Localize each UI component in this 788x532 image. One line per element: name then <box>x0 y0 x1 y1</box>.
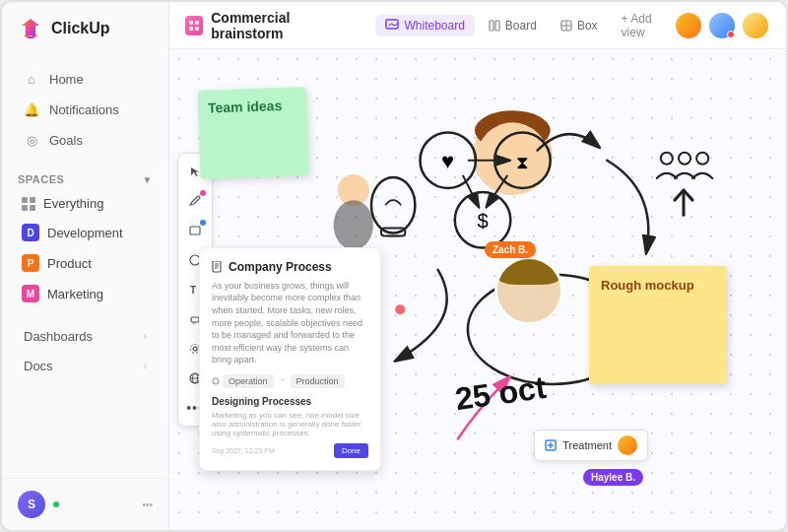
pen-color-dot <box>200 190 206 196</box>
tab-box-label: Box <box>577 19 598 33</box>
svg-rect-3 <box>195 27 199 31</box>
target-icon: ◎ <box>24 132 39 148</box>
collaborator-avatar-3 <box>741 11 770 40</box>
sticky-yellow-text: Rough mockup <box>601 278 694 293</box>
svg-point-23 <box>338 174 369 206</box>
treatment-icon <box>545 439 557 451</box>
spaces-label: Spaces <box>18 173 64 185</box>
board-icon <box>185 16 203 35</box>
process-doc-icon <box>212 261 224 273</box>
add-view-button[interactable]: + Add view <box>612 8 662 43</box>
svg-rect-0 <box>189 21 193 25</box>
treatment-avatar <box>618 435 637 455</box>
svg-point-21 <box>475 110 551 150</box>
user-avatar[interactable]: S <box>18 491 45 518</box>
svg-point-32 <box>455 192 511 248</box>
process-card-subtitle: Designing Processes <box>212 396 368 407</box>
dashboards-label: Dashboards <box>24 329 93 344</box>
home-icon: ⌂ <box>24 71 39 87</box>
person-face-bottom <box>494 256 563 325</box>
zach-badge: Zach B. <box>485 241 536 258</box>
app-container: ClickUp ⌂ Home 🔔 Notifications ◎ Goals S… <box>0 0 788 532</box>
svg-point-24 <box>334 200 373 249</box>
board-title-area: Commercial brainstorm <box>185 10 352 41</box>
treatment-label: Treatment <box>562 439 612 451</box>
arrow-icon: → <box>278 374 287 388</box>
board-name: Commercial brainstorm <box>211 10 352 41</box>
process-card-title: Company Process <box>212 260 368 274</box>
people-group <box>657 153 713 216</box>
nav-item-notifications-label: Notifications <box>49 102 119 117</box>
svg-rect-2 <box>189 27 193 31</box>
nav-item-home-label: Home <box>49 72 84 87</box>
nav-item-docs[interactable]: Docs › <box>8 352 163 380</box>
svg-point-22 <box>477 122 549 194</box>
oct-text: 25 oct <box>453 369 549 419</box>
sticky-green-text: Team ideas <box>208 98 283 116</box>
main-content: Commercial brainstorm Whiteboard Board <box>169 2 786 530</box>
docs-chevron-icon: › <box>144 361 147 371</box>
nav-item-home[interactable]: ⌂ Home <box>8 64 163 94</box>
svg-rect-13 <box>191 317 199 322</box>
nav-item-goals[interactable]: ◎ Goals <box>8 125 163 155</box>
online-red-dot <box>727 31 735 38</box>
svg-point-35 <box>395 304 405 314</box>
product-dot: P <box>22 254 39 272</box>
box-tab-icon <box>560 20 572 32</box>
process-card-footer: Marketing as you can see, role-model siz… <box>212 411 368 437</box>
svg-rect-5 <box>490 21 493 31</box>
nav-item-notifications[interactable]: 🔔 Notifications <box>8 95 163 124</box>
canvas-area[interactable]: T ••• Team ideas <box>169 49 786 530</box>
rect-tool[interactable] <box>183 219 207 242</box>
progress-button[interactable]: Done <box>334 443 368 458</box>
svg-text:T: T <box>190 285 196 296</box>
docs-label: Docs <box>24 359 53 373</box>
logo-icon <box>18 16 43 41</box>
sidebar-nav: ⌂ Home 🔔 Notifications ◎ Goals <box>2 55 168 164</box>
collaborator-avatar-2 <box>707 11 737 40</box>
svg-point-15 <box>193 347 197 351</box>
topbar: Commercial brainstorm Whiteboard Board <box>169 2 786 49</box>
whiteboard-tab-icon <box>385 19 399 33</box>
space-product-label: Product <box>47 256 92 271</box>
space-item-development[interactable]: D Development <box>8 218 163 247</box>
svg-point-37 <box>679 153 690 165</box>
face-top-right <box>473 110 553 195</box>
svg-rect-1 <box>195 21 199 25</box>
spaces-chevron-icon: ▼ <box>143 174 153 185</box>
treatment-badge[interactable]: Treatment <box>534 430 648 461</box>
sticky-note-team-ideas[interactable]: Team ideas <box>197 87 308 179</box>
space-item-marketing[interactable]: M Marketing <box>8 279 163 308</box>
lightbulb-figure <box>334 174 416 250</box>
tag-icon <box>212 377 220 385</box>
haylee-badge: Haylee B. <box>583 469 643 486</box>
tag-operation: Operation <box>212 374 274 388</box>
dashboards-chevron-icon: › <box>144 331 147 342</box>
more-options-icon[interactable]: ••• <box>142 499 153 510</box>
process-card[interactable]: Company Process As your business grows, … <box>199 247 381 471</box>
tab-box[interactable]: Box <box>551 15 608 36</box>
nav-item-dashboards[interactable]: Dashboards › <box>8 322 163 351</box>
hourglass-node: ⧗ <box>494 132 551 188</box>
board-tab-icon <box>489 20 500 32</box>
sidebar: ClickUp ⌂ Home 🔔 Notifications ◎ Goals S… <box>2 2 169 530</box>
svg-point-36 <box>661 153 673 165</box>
space-item-product[interactable]: P Product <box>8 248 163 278</box>
sidebar-bottom: S ••• <box>2 478 168 530</box>
tab-whiteboard[interactable]: Whiteboard <box>375 15 474 36</box>
tag-production: Production <box>291 374 345 388</box>
tab-board-label: Board <box>505 19 537 33</box>
svg-rect-10 <box>190 227 200 234</box>
tab-board[interactable]: Board <box>479 15 547 36</box>
sticky-note-rough-mockup[interactable]: Rough mockup <box>589 266 727 384</box>
spaces-list: Everything D Development P Product M Mar… <box>2 189 168 309</box>
space-development-label: Development <box>47 226 123 240</box>
marketing-dot: M <box>22 285 39 302</box>
rect-color-dot <box>200 220 206 226</box>
grid-icon <box>22 197 35 211</box>
space-item-everything[interactable]: Everything <box>8 190 163 217</box>
pen-tool[interactable] <box>183 189 207 213</box>
svg-point-25 <box>371 177 415 233</box>
heart-node: ♥ <box>420 132 476 188</box>
logo-text: ClickUp <box>51 20 110 37</box>
